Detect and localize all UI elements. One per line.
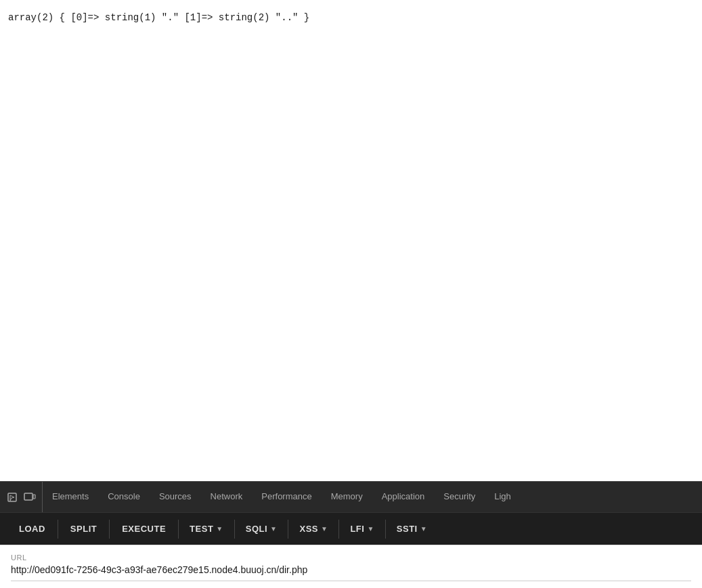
url-area: URL http://0ed091fc-7256-49c3-a93f-ae76e… bbox=[0, 545, 702, 588]
xss-arrow: ▼ bbox=[321, 525, 328, 533]
tab-security[interactable]: Security bbox=[434, 482, 485, 512]
test-arrow: ▼ bbox=[216, 525, 223, 533]
sqli-label: SQLI bbox=[246, 524, 267, 534]
tab-lighthouse[interactable]: Ligh bbox=[485, 482, 521, 512]
tab-application[interactable]: Application bbox=[372, 482, 435, 512]
test-label: TEST bbox=[190, 524, 213, 534]
xss-dropdown-button[interactable]: XSS ▼ bbox=[290, 520, 337, 538]
execute-button[interactable]: EXECUTE bbox=[111, 520, 177, 538]
lfi-dropdown-button[interactable]: LFI ▼ bbox=[341, 520, 383, 538]
sqli-arrow: ▼ bbox=[270, 525, 277, 533]
device-icon[interactable] bbox=[23, 491, 37, 504]
test-dropdown-button[interactable]: TEST ▼ bbox=[180, 520, 233, 538]
svg-rect-2 bbox=[33, 495, 35, 499]
separator-4 bbox=[234, 520, 235, 539]
toolbar: LOAD SPLIT EXECUTE TEST ▼ SQLI ▼ XSS ▼ L… bbox=[0, 512, 702, 545]
devtools-tabs: Elements Console Sources Network Perform… bbox=[43, 482, 702, 512]
svg-rect-0 bbox=[8, 493, 16, 501]
cursor-icon[interactable] bbox=[5, 491, 19, 504]
split-button[interactable]: SPLIT bbox=[60, 520, 108, 538]
tab-console[interactable]: Console bbox=[98, 482, 150, 512]
tab-network[interactable]: Network bbox=[201, 482, 253, 512]
xss-label: XSS bbox=[299, 524, 318, 534]
tab-elements[interactable]: Elements bbox=[43, 482, 98, 512]
url-value[interactable]: http://0ed091fc-7256-49c3-a93f-ae76ec279… bbox=[11, 564, 691, 581]
load-button[interactable]: LOAD bbox=[8, 520, 56, 538]
separator-5 bbox=[288, 520, 288, 539]
ssti-label: SSTI bbox=[397, 524, 418, 534]
tab-memory[interactable]: Memory bbox=[322, 482, 372, 512]
lfi-arrow: ▼ bbox=[367, 525, 374, 533]
svg-rect-1 bbox=[24, 493, 32, 500]
devtools-icons bbox=[0, 482, 43, 512]
separator-6 bbox=[338, 520, 339, 539]
ssti-arrow: ▼ bbox=[420, 525, 427, 533]
url-label: URL bbox=[11, 553, 691, 562]
tab-performance[interactable]: Performance bbox=[252, 482, 321, 512]
lfi-label: LFI bbox=[350, 524, 364, 534]
ssti-dropdown-button[interactable]: SSTI ▼ bbox=[387, 520, 437, 538]
devtools-bar: Elements Console Sources Network Perform… bbox=[0, 481, 702, 512]
separator-1 bbox=[58, 520, 58, 539]
sqli-dropdown-button[interactable]: SQLI ▼ bbox=[236, 520, 287, 538]
tab-sources[interactable]: Sources bbox=[150, 482, 201, 512]
code-output: array(2) { [0]=> string(1) "." [1]=> str… bbox=[8, 11, 694, 25]
main-content: array(2) { [0]=> string(1) "." [1]=> str… bbox=[0, 0, 702, 481]
separator-2 bbox=[109, 520, 110, 539]
separator-3 bbox=[178, 520, 179, 539]
separator-7 bbox=[385, 520, 386, 539]
